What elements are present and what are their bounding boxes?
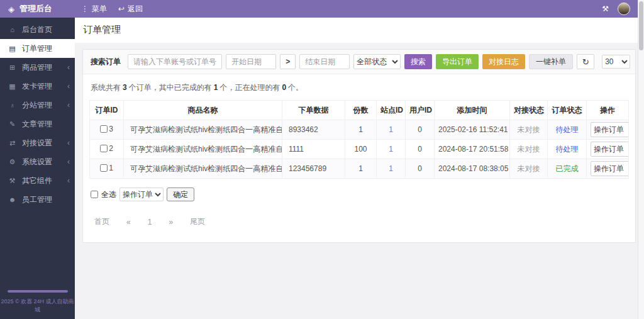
created-at: 2024-08-17 20:51:58 (435, 140, 510, 159)
site-id[interactable]: 1 (377, 159, 406, 179)
menu-toggle[interactable]: ⋮ 菜单 (81, 4, 107, 14)
main-content: 订单管理 搜索订单 > 全部状态 搜索 导出订单 对接日志 一键补单 ↻ 30 (75, 18, 644, 319)
sidebar-item-products[interactable]: ⊞ 商品管理 ‹ (0, 58, 75, 77)
row-action-select[interactable]: 操作订单 (591, 122, 629, 137)
vertical-scrollbar[interactable] (638, 0, 644, 319)
order-status: 待处理 (548, 140, 587, 159)
back-arrow-icon: ↩ (118, 4, 125, 13)
product-name: 可孕艾滋病检测试纸hiv检测纸四合一高精准自检梅毒双检非第四代4 (124, 120, 282, 140)
sites-icon: ♁ (8, 101, 16, 109)
page-size-select[interactable]: 30 (602, 55, 630, 69)
sidebar-item-staff[interactable]: ☻ 员工管理 ‹ (0, 190, 75, 209)
order-status: 已完成 (548, 159, 587, 179)
user-id: 0 (406, 159, 435, 179)
row-action-select[interactable]: 操作订单 (591, 142, 629, 157)
order-id: 2 (109, 144, 113, 153)
summary-part3: 个，正在处理的有 (219, 83, 280, 92)
table-header-row: 订单ID商品名称下单数据份数站点ID用户ID添加时间对接状态订单状态操作 (90, 101, 629, 120)
docking-icon: ⇄ (8, 139, 16, 147)
brand-title: 管理后台 (19, 3, 52, 14)
end-date-input[interactable] (299, 54, 350, 69)
column-header: 商品名称 (124, 101, 282, 120)
table-row: 3 可孕艾滋病检测试纸hiv检测纸四合一高精准自检梅毒双检非第四代4 89334… (90, 120, 629, 140)
brand-logo-icon: ◈ (8, 4, 14, 14)
sidebar-item-components[interactable]: ⚒ 其它组件 ‹ (0, 171, 75, 190)
sidebar-item-label: 其它组件 (22, 176, 52, 186)
sidebar-item-home[interactable]: ⌂ 后台首页 ‹ (0, 20, 75, 39)
pagination-page-1[interactable]: 1 (148, 218, 152, 227)
column-header: 站点ID (377, 101, 406, 120)
row-checkbox[interactable] (100, 145, 108, 152)
chevron-left-icon: ‹ (67, 138, 70, 147)
export-orders-button[interactable]: 导出订单 (436, 54, 479, 69)
pagination-first[interactable]: 首页 (94, 216, 109, 227)
docking-status: 未对接 (510, 140, 548, 159)
pagination: 首页 « 1 » 尾页 (94, 216, 629, 227)
pagination-last[interactable]: 尾页 (190, 216, 205, 227)
sidebar-item-system[interactable]: ⚙ 系统设置 ‹ (0, 152, 75, 171)
pagination-next[interactable]: » (169, 218, 173, 227)
search-button[interactable]: 搜索 (404, 54, 432, 69)
product-name: 可孕艾滋病检测试纸hiv检测纸四合一高精准自检梅毒双检非第四代4 (124, 159, 282, 179)
sidebar-item-cards[interactable]: ▦ 发卡管理 ‹ (0, 77, 75, 96)
site-id[interactable]: 1 (377, 140, 406, 159)
search-input[interactable] (128, 54, 222, 69)
order-data: 1111 (282, 140, 345, 159)
select-all-label: 全选 (101, 189, 116, 200)
row-checkbox[interactable] (100, 164, 108, 172)
row-action-select[interactable]: 操作订单 (591, 161, 629, 176)
order-data: 8933462 (282, 120, 345, 140)
row-checkbox[interactable] (100, 125, 108, 133)
topbar: ◈ 管理后台 ⋮ 菜单 ↩ 返回 ⚒ (0, 0, 644, 18)
date-separator-button[interactable]: > (280, 54, 296, 69)
orders-panel: 搜索订单 > 全部状态 搜索 导出订单 对接日志 一键补单 ↻ 30 (82, 49, 636, 243)
one-key-reorder-button[interactable]: 一键补单 (529, 54, 573, 69)
sidebar-item-label: 商品管理 (22, 62, 52, 73)
sidebar-item-label: 发卡管理 (22, 81, 52, 92)
chevron-left-icon: ‹ (67, 176, 70, 185)
column-header: 份数 (345, 101, 377, 120)
docking-status: 未对接 (510, 120, 548, 140)
table-row: 1 可孕艾滋病检测试纸hiv检测纸四合一高精准自检梅毒双检非第四代4 12345… (90, 159, 629, 179)
select-all-checkbox[interactable] (91, 191, 98, 198)
order-id: 3 (109, 125, 113, 133)
column-header: 添加时间 (435, 101, 510, 120)
sidebar-item-docking[interactable]: ⇄ 对接设置 ‹ (0, 133, 75, 152)
order-status: 待处理 (548, 120, 587, 140)
back-button[interactable]: ↩ 返回 (118, 4, 143, 14)
sidebar-item-articles[interactable]: ✎ 文章管理 ‹ (0, 115, 75, 133)
sidebar-item-label: 分站管理 (22, 100, 52, 111)
screen: ◈ 管理后台 ⋮ 菜单 ↩ 返回 ⚒ ⌂ 后台首页 ‹ ▤ 订单管理 ‹ (0, 0, 644, 319)
sidebar-item-sites[interactable]: ♁ 分站管理 ‹ (0, 96, 75, 115)
bulk-actions: 全选 操作订单 确定 (91, 187, 629, 201)
copies: 1 (345, 159, 377, 179)
refresh-icon: ↻ (582, 57, 589, 67)
site-id[interactable]: 1 (377, 120, 406, 140)
status-filter-select[interactable]: 全部状态 (353, 54, 401, 69)
sidebar-item-orders[interactable]: ▤ 订单管理 ‹ (0, 39, 75, 58)
products-icon: ⊞ (8, 64, 16, 72)
column-header: 对接状态 (510, 101, 548, 120)
start-date-input[interactable] (226, 54, 276, 69)
user-id: 0 (406, 120, 435, 140)
table-row: 2 可孕艾滋病检测试纸hiv检测纸四合一高精准自检梅毒双检非第四代4 1111 … (90, 140, 629, 159)
system-icon: ⚙ (8, 158, 16, 166)
sidebar-footer-text: 2025 © 欢喜 24H 成人自助商城 (0, 298, 75, 314)
pagination-prev[interactable]: « (126, 218, 131, 227)
docking-log-button[interactable]: 对接日志 (482, 54, 525, 69)
brand: ◈ 管理后台 (0, 3, 75, 14)
chevron-left-icon: ‹ (67, 101, 70, 109)
summary-total: 3 (123, 83, 127, 92)
topbar-menu: ⋮ 菜单 ↩ 返回 (81, 4, 143, 14)
refresh-button[interactable]: ↻ (577, 54, 594, 69)
confirm-button[interactable]: 确定 (167, 187, 194, 201)
menu-label: 菜单 (92, 4, 107, 14)
scrollbar-thumb[interactable] (639, 1, 643, 50)
sidebar-item-label: 系统设置 (22, 157, 52, 167)
sidebar-nav: ⌂ 后台首页 ‹ ▤ 订单管理 ‹ ⊞ 商品管理 ‹ ▦ 发卡管理 ‹ ♁ 分站… (0, 18, 75, 209)
avatar[interactable] (618, 3, 630, 15)
column-header: 用户ID (406, 101, 435, 120)
wrench-icon[interactable]: ⚒ (602, 4, 609, 13)
bulk-action-select[interactable]: 操作订单 (119, 187, 164, 201)
copies: 100 (345, 140, 377, 159)
